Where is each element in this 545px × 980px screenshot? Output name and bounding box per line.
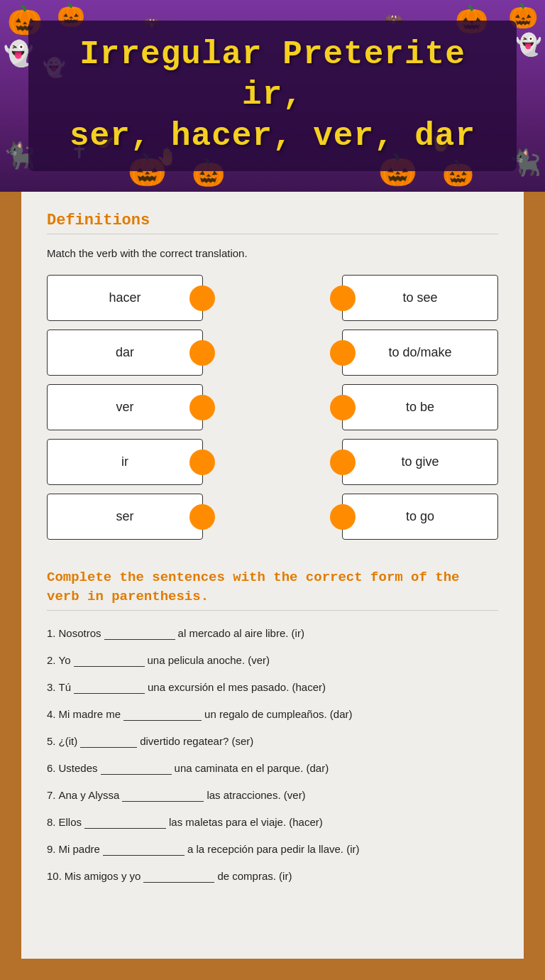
blank-7[interactable]	[122, 789, 204, 802]
dot-hacer-right[interactable]	[189, 285, 215, 311]
sentence-item-10: 10. Mis amigos y yo de compras. (ir)	[47, 868, 498, 885]
blank-1[interactable]	[104, 627, 175, 640]
blank-3[interactable]	[74, 681, 145, 694]
dot-to-see-left[interactable]	[330, 285, 356, 311]
blank-10[interactable]	[143, 870, 214, 883]
blank-8[interactable]	[84, 816, 166, 829]
header-banner: 🎃 🎃 🎃 🎃 👻 👻 👻 🐈‍⬛ 🐈‍⬛ 🦇 🦇 ✝ 🎃 🎃 🎃 🎃 🖐️ 🖐…	[0, 0, 545, 192]
matching-grid: hacer to see dar to do/make	[47, 275, 498, 540]
word-box-ver[interactable]: ver	[47, 384, 203, 430]
definitions-section: Definitions Match the verb with the corr…	[47, 212, 498, 540]
blank-9[interactable]	[103, 843, 185, 856]
translation-box-to-see[interactable]: to see	[342, 275, 498, 321]
word-box-ir[interactable]: ir	[47, 439, 203, 485]
matching-row-2: dar to do/make	[47, 330, 498, 376]
translation-box-to-give[interactable]: to give	[342, 439, 498, 485]
section-divider-1	[47, 234, 498, 234]
sentence-item-7: 7. Ana y Alyssa las atracciones. (ver)	[47, 787, 498, 804]
dot-to-give-left[interactable]	[330, 450, 356, 475]
sentence-item-9: 9. Mi padre a la recepción para pedir la…	[47, 841, 498, 858]
sentence-item-2: 2. Yo una pelicula anoche. (ver)	[47, 652, 498, 669]
translation-box-to-go[interactable]: to go	[342, 494, 498, 540]
section-divider-2	[47, 610, 498, 611]
dot-dar-right[interactable]	[189, 340, 215, 366]
dot-ser-right[interactable]	[189, 504, 215, 530]
word-box-hacer[interactable]: hacer	[47, 275, 203, 321]
sentence-item-6: 6. Ustedes una caminata en el parque. (d…	[47, 760, 498, 777]
matching-row-3: ver to be	[47, 384, 498, 430]
dot-to-do-left[interactable]	[330, 340, 356, 366]
blank-2[interactable]	[74, 654, 145, 667]
definitions-title: Definitions	[47, 212, 498, 229]
dot-to-be-left[interactable]	[330, 395, 356, 420]
dot-ir-right[interactable]	[189, 450, 215, 475]
sentence-item-8: 8. Ellos las maletas para el viaje. (hac…	[47, 814, 498, 831]
word-box-ser[interactable]: ser	[47, 494, 203, 540]
page-title: Irregular Preterite ir, ser, hacer, ver,…	[57, 35, 488, 158]
sentences-list: 1. Nosotros al mercado al aire libre. (i…	[47, 625, 498, 885]
blank-4[interactable]	[123, 708, 202, 721]
title-box: Irregular Preterite ir, ser, hacer, ver,…	[28, 21, 517, 172]
blank-5[interactable]	[80, 735, 137, 748]
sentences-section: Complete the sentences with the correct …	[47, 568, 498, 885]
matching-row-1: hacer to see	[47, 275, 498, 321]
sentence-item-3: 3. Tú una excursión el mes pasado. (hace…	[47, 679, 498, 696]
sentence-item-4: 4. Mi madre me un regalo de cumpleaños. …	[47, 706, 498, 723]
content-area: Definitions Match the verb with the corr…	[21, 192, 524, 959]
sentence-item-1: 1. Nosotros al mercado al aire libre. (i…	[47, 625, 498, 642]
matching-row-4: ir to give	[47, 439, 498, 485]
dot-ver-right[interactable]	[189, 395, 215, 420]
blank-6[interactable]	[101, 762, 172, 775]
matching-row-5: ser to go	[47, 494, 498, 540]
sentence-item-5: 5. ¿(it) divertido regatear? (ser)	[47, 733, 498, 750]
word-box-dar[interactable]: dar	[47, 330, 203, 376]
translation-box-to-be[interactable]: to be	[342, 384, 498, 430]
matching-instructions: Match the verb with the correct translat…	[47, 247, 498, 259]
sentences-title: Complete the sentences with the correct …	[47, 568, 498, 606]
dot-to-go-left[interactable]	[330, 504, 356, 530]
translation-box-to-do-make[interactable]: to do/make	[342, 330, 498, 376]
